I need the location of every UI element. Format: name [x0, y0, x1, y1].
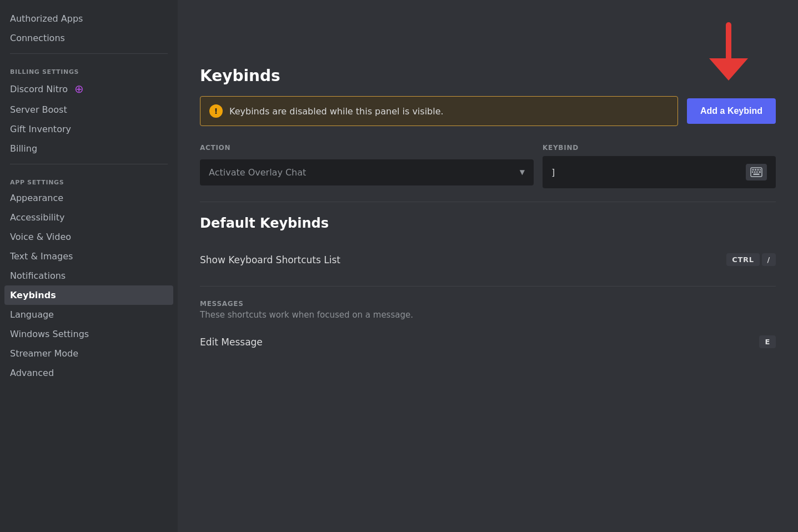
svg-rect-9 [756, 172, 758, 173]
kbd-slash: / [762, 253, 776, 266]
sidebar-item-discord-nitro[interactable]: Discord Nitro ⊕ [4, 78, 173, 100]
sidebar-item-label: Connections [10, 33, 65, 43]
sidebar-item-language[interactable]: Language [4, 305, 173, 324]
keybind-entry-row: Activate Overlay Chat ▼ ] [200, 156, 776, 188]
action-column-label: ACTION [200, 144, 534, 152]
warning-text: Keybinds are disabled while this panel i… [229, 106, 444, 117]
svg-rect-7 [752, 172, 754, 173]
kbd-e: E [759, 335, 776, 348]
nitro-icon: ⊕ [74, 82, 84, 96]
shortcut-name: Show Keyboard Shortcuts List [200, 254, 340, 265]
svg-rect-6 [760, 169, 761, 171]
sidebar-item-label: Billing [10, 143, 37, 154]
svg-rect-11 [754, 174, 760, 175]
messages-subsection-desc: These shortcuts work when focused on a m… [200, 310, 776, 320]
keybind-field[interactable]: ] [543, 156, 776, 188]
sidebar-item-label: Text & Images [10, 251, 73, 262]
annotation-area [200, 22, 776, 83]
sidebar-item-voice-video[interactable]: Voice & Video [4, 227, 173, 247]
sidebar-item-notifications[interactable]: Notifications [4, 266, 173, 285]
section-divider-2 [200, 286, 776, 287]
app-settings-label: APP SETTINGS [4, 170, 173, 188]
warning-box: ! Keybinds are disabled while this panel… [200, 96, 678, 126]
svg-rect-10 [759, 172, 761, 173]
section-divider [200, 202, 776, 202]
sidebar-item-label: Streamer Mode [10, 348, 78, 359]
sidebar-group-top: Authorized Apps Connections [4, 9, 173, 48]
svg-rect-5 [757, 169, 759, 171]
sidebar: Authorized Apps Connections BILLING SETT… [0, 0, 178, 532]
sidebar-item-appearance[interactable]: Appearance [4, 188, 173, 208]
sidebar-item-authorized-apps[interactable]: Authorized Apps [4, 9, 173, 28]
sidebar-item-connections[interactable]: Connections [4, 28, 173, 48]
default-keybinds-title: Default Keybinds [200, 215, 776, 231]
sidebar-item-label: Windows Settings [10, 329, 89, 339]
kbd-ctrl: CTRL [726, 253, 759, 266]
warning-icon: ! [209, 104, 223, 118]
sidebar-item-advanced[interactable]: Advanced [4, 363, 173, 383]
sidebar-item-label: Language [10, 309, 54, 320]
sidebar-item-label: Authorized Apps [10, 13, 83, 24]
sidebar-item-label: Appearance [10, 193, 63, 203]
svg-rect-8 [754, 172, 756, 173]
sidebar-item-text-images[interactable]: Text & Images [4, 247, 173, 266]
sidebar-item-gift-inventory[interactable]: Gift Inventory [4, 119, 173, 139]
keybind-list-item-edit-message: Edit Message E [200, 329, 776, 355]
sidebar-item-label: Server Boost [10, 104, 67, 115]
kbd-group-edit: E [759, 335, 776, 348]
messages-subsection-label: MESSAGES [200, 300, 776, 308]
keybind-list-item-shortcuts: Show Keyboard Shortcuts List CTRL / [200, 247, 776, 273]
sidebar-item-label: Accessibility [10, 212, 64, 223]
sidebar-group-billing: BILLING SETTINGS Discord Nitro ⊕ Server … [4, 59, 173, 158]
action-dropdown[interactable]: Activate Overlay Chat ▼ [200, 159, 534, 185]
sidebar-item-streamer-mode[interactable]: Streamer Mode [4, 344, 173, 363]
svg-marker-1 [709, 58, 748, 81]
sidebar-item-label: Discord Nitro [10, 84, 68, 94]
chevron-down-icon: ▼ [520, 168, 525, 176]
shortcut-name-edit-message: Edit Message [200, 337, 263, 348]
sidebar-divider-2 [10, 164, 168, 164]
sidebar-item-label: Notifications [10, 270, 66, 281]
keybind-top-row: ! Keybinds are disabled while this panel… [200, 96, 776, 126]
sidebar-item-accessibility[interactable]: Accessibility [4, 208, 173, 227]
sidebar-item-server-boost[interactable]: Server Boost [4, 100, 173, 119]
sidebar-item-label: Gift Inventory [10, 124, 71, 134]
billing-settings-label: BILLING SETTINGS [4, 59, 173, 78]
kbd-group: CTRL / [726, 253, 776, 266]
sidebar-divider-1 [10, 53, 168, 54]
red-down-arrow [704, 22, 754, 83]
sidebar-item-label: Voice & Video [10, 232, 71, 242]
sidebar-item-label: Keybinds [10, 290, 56, 300]
main-content: Keybinds ! Keybinds are disabled while t… [178, 0, 798, 532]
keyboard-icon[interactable] [746, 164, 767, 180]
keybind-value: ] [551, 167, 555, 178]
sidebar-item-billing[interactable]: Billing [4, 139, 173, 158]
keybind-column-labels: ACTION KEYBIND [200, 144, 776, 152]
sidebar-item-keybinds[interactable]: Keybinds [4, 285, 173, 305]
add-keybind-button[interactable]: Add a Keybind [687, 98, 776, 124]
svg-rect-4 [755, 169, 756, 171]
action-dropdown-value: Activate Overlay Chat [209, 167, 306, 178]
svg-rect-3 [752, 169, 754, 171]
sidebar-item-windows-settings[interactable]: Windows Settings [4, 324, 173, 344]
sidebar-item-label: Advanced [10, 368, 54, 378]
keybind-column-label: KEYBIND [543, 144, 776, 152]
sidebar-group-app: APP SETTINGS Appearance Accessibility Vo… [4, 170, 173, 383]
